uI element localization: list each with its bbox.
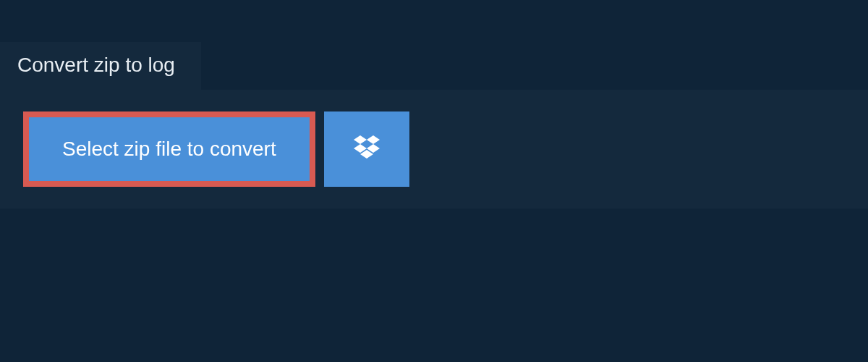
tab-label: Convert zip to log — [17, 54, 175, 76]
select-file-label: Select zip file to convert — [62, 138, 276, 161]
tab-bar: Convert zip to log — [0, 0, 868, 90]
dropbox-button[interactable] — [324, 111, 409, 187]
select-file-button[interactable]: Select zip file to convert — [23, 111, 315, 187]
main-panel: Select zip file to convert — [0, 90, 868, 209]
button-row: Select zip file to convert — [23, 111, 846, 187]
tab-convert[interactable]: Convert zip to log — [0, 42, 201, 90]
dropbox-icon — [354, 135, 380, 163]
